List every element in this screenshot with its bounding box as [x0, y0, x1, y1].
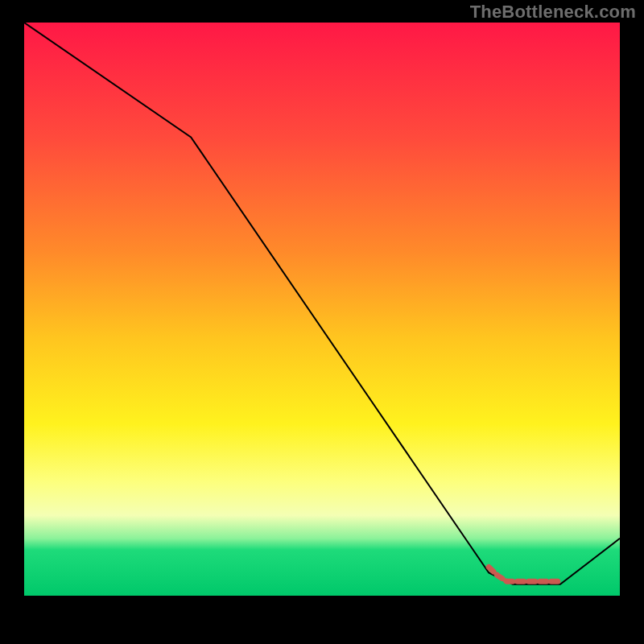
plot-background — [24, 23, 620, 596]
chart-stage: TheBottleneck.com — [0, 0, 644, 644]
watermark-text: TheBottleneck.com — [470, 2, 636, 23]
chart-svg — [0, 0, 644, 644]
